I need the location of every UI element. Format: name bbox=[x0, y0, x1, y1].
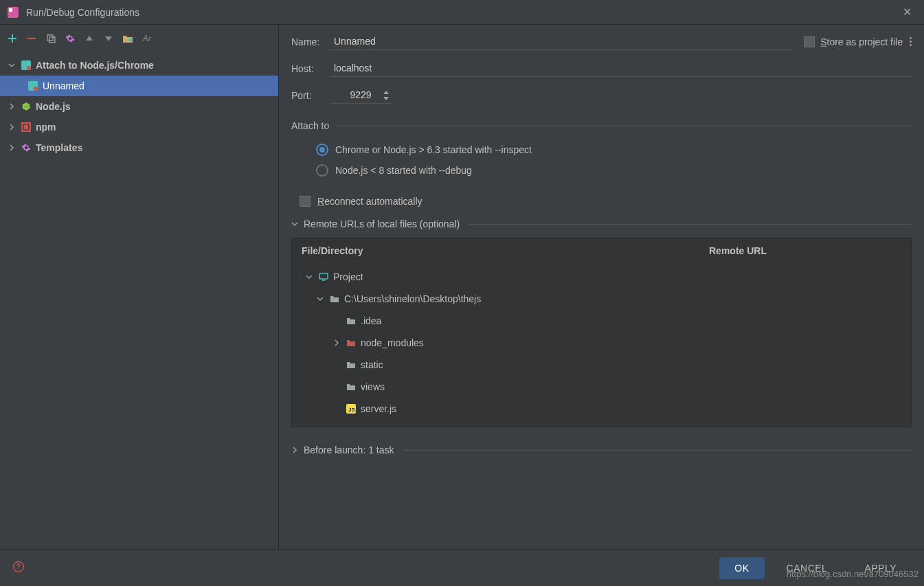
checkbox-icon[interactable] bbox=[300, 196, 311, 207]
svg-rect-1 bbox=[9, 8, 12, 12]
radio-node-debug[interactable]: Node.js < 8 started with --debug bbox=[291, 160, 912, 181]
apply-button[interactable]: APPLY bbox=[849, 557, 912, 579]
svg-point-6 bbox=[27, 66, 31, 70]
folder-button[interactable] bbox=[120, 30, 136, 47]
chevron-down-icon bbox=[304, 273, 314, 280]
folder-excluded-icon bbox=[346, 337, 357, 348]
nodejs-icon bbox=[21, 101, 32, 112]
window-title: Run/Debug Configurations bbox=[26, 7, 897, 18]
host-input[interactable] bbox=[330, 60, 912, 77]
chevron-right-icon bbox=[332, 339, 341, 346]
config-group-label: npm bbox=[36, 122, 56, 133]
col-file: File/Directory bbox=[302, 245, 709, 256]
move-down-button[interactable] bbox=[100, 30, 117, 47]
config-item-unnamed[interactable]: Unnamed bbox=[0, 76, 278, 96]
close-icon[interactable]: ✕ bbox=[897, 3, 917, 21]
copy-config-button[interactable] bbox=[43, 30, 59, 47]
file-row-views[interactable]: views bbox=[292, 376, 911, 398]
add-config-button[interactable] bbox=[4, 30, 21, 47]
radio-icon[interactable] bbox=[316, 164, 328, 177]
remote-urls-header[interactable]: Remote URLs of local files (optional) bbox=[291, 214, 912, 234]
file-label: views bbox=[361, 381, 385, 392]
remove-config-button[interactable] bbox=[23, 30, 40, 47]
chevron-right-icon bbox=[7, 124, 16, 131]
folder-icon bbox=[329, 293, 340, 304]
config-sidebar: Az Attach to Node.js/Chrome Unnamed Node… bbox=[0, 25, 279, 549]
store-label-text: tore as project file bbox=[827, 36, 903, 47]
before-launch-header[interactable]: Before launch: 1 task bbox=[291, 440, 912, 460]
config-tree: Attach to Node.js/Chrome Unnamed Node.js… bbox=[0, 52, 278, 549]
name-label: Name: bbox=[291, 36, 330, 47]
js-file-icon: JS bbox=[346, 403, 357, 414]
chevron-right-icon bbox=[291, 444, 298, 455]
npm-icon bbox=[21, 122, 32, 133]
attach-to-legend: Attach to bbox=[291, 120, 336, 131]
file-row-server-js[interactable]: JS server.js bbox=[292, 398, 911, 420]
store-as-project-file[interactable]: Store as project file bbox=[804, 36, 903, 47]
port-step-up[interactable] bbox=[382, 89, 390, 95]
radio-chrome-inspect[interactable]: Chrome or Node.js > 6.3 started with --i… bbox=[291, 139, 912, 160]
move-up-button[interactable] bbox=[81, 30, 98, 47]
svg-rect-2 bbox=[47, 35, 53, 41]
config-group-nodejs[interactable]: Node.js bbox=[0, 96, 278, 117]
reconnect-automatically[interactable]: Reconnect automatically bbox=[291, 192, 912, 214]
config-item-label: Unnamed bbox=[43, 80, 84, 91]
monitor-icon bbox=[318, 271, 329, 282]
host-label: Host: bbox=[291, 63, 330, 74]
radio-label: Chrome or Node.js > 6.3 started with --i… bbox=[335, 144, 532, 155]
dialog-footer: OK CANCEL APPLY bbox=[0, 549, 924, 586]
cancel-button[interactable]: CANCEL bbox=[771, 557, 843, 579]
settings-button[interactable] bbox=[62, 30, 78, 47]
file-label: C:\Users\shinelon\Desktop\thejs bbox=[344, 293, 481, 304]
file-label: static bbox=[361, 359, 383, 370]
file-label: .idea bbox=[361, 315, 381, 326]
config-group-label: Attach to Node.js/Chrome bbox=[36, 60, 154, 71]
svg-rect-9 bbox=[21, 122, 31, 132]
config-group-attach[interactable]: Attach to Node.js/Chrome bbox=[0, 55, 278, 76]
titlebar: Run/Debug Configurations ✕ bbox=[0, 0, 924, 25]
file-row-idea[interactable]: .idea bbox=[292, 310, 911, 332]
svg-point-8 bbox=[34, 87, 38, 91]
chevron-down-icon bbox=[7, 62, 16, 69]
config-group-label: Node.js bbox=[36, 101, 71, 112]
attach-icon bbox=[21, 60, 32, 71]
port-label: Port: bbox=[291, 90, 330, 101]
file-row-project[interactable]: Project bbox=[292, 266, 911, 288]
app-icon bbox=[7, 6, 19, 19]
help-button[interactable] bbox=[12, 561, 25, 575]
config-group-templates[interactable]: Templates bbox=[0, 137, 278, 158]
radio-icon[interactable] bbox=[316, 144, 328, 156]
chevron-down-icon bbox=[315, 295, 325, 302]
chevron-down-icon bbox=[291, 218, 298, 229]
folder-icon bbox=[346, 381, 357, 392]
sidebar-toolbar: Az bbox=[0, 25, 278, 52]
file-label: Project bbox=[333, 271, 363, 282]
file-tree-box: File/Directory Remote URL Project C:\Use… bbox=[291, 238, 912, 427]
chevron-right-icon bbox=[7, 103, 16, 110]
svg-text:JS: JS bbox=[348, 407, 355, 413]
before-launch-label: Before launch: 1 task bbox=[304, 444, 394, 455]
gear-icon bbox=[21, 142, 32, 153]
svg-point-15 bbox=[18, 569, 19, 570]
chevron-right-icon bbox=[7, 144, 16, 151]
config-group-npm[interactable]: npm bbox=[0, 117, 278, 137]
svg-rect-11 bbox=[319, 273, 328, 279]
svg-rect-3 bbox=[49, 37, 55, 43]
file-row-path[interactable]: C:\Users\shinelon\Desktop\thejs bbox=[292, 288, 911, 310]
remote-urls-label: Remote URLs of local files (optional) bbox=[304, 218, 460, 229]
file-label: server.js bbox=[361, 403, 396, 414]
checkbox-icon[interactable] bbox=[804, 36, 815, 47]
file-row-node-modules[interactable]: node_modules bbox=[292, 332, 911, 354]
radio-label: Node.js < 8 started with --debug bbox=[335, 165, 472, 176]
svg-rect-4 bbox=[129, 38, 133, 41]
port-step-down[interactable] bbox=[382, 95, 390, 101]
file-row-static[interactable]: static bbox=[292, 354, 911, 376]
file-tree-columns: File/Directory Remote URL bbox=[292, 238, 911, 263]
ok-button[interactable]: OK bbox=[719, 557, 764, 579]
folder-icon bbox=[346, 359, 357, 370]
more-options-button[interactable] bbox=[910, 37, 912, 46]
folder-icon bbox=[346, 315, 357, 326]
reconnect-label-text: econnect automatically bbox=[324, 196, 422, 207]
sort-button[interactable]: Az bbox=[139, 30, 155, 47]
name-input[interactable] bbox=[330, 33, 793, 50]
